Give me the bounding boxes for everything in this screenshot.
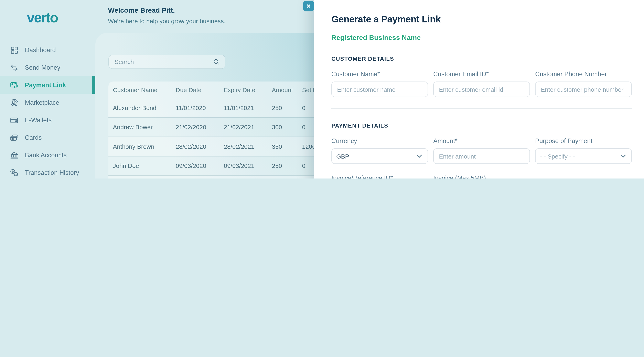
- purpose-label: Purpose of Payment: [535, 137, 632, 145]
- table-cell: Alexander Bond: [113, 104, 176, 111]
- close-icon: ✕: [306, 3, 311, 9]
- close-drawer-button[interactable]: ✕: [303, 1, 314, 12]
- invoice-upload-group: Invoice (Max 5MB) UPLOAD pdf, word, doc,…: [433, 174, 632, 178]
- chevron-down-icon: [416, 152, 423, 160]
- sidebar-item-label: Send Money: [25, 64, 60, 71]
- table-cell: 28/02/2021: [224, 143, 272, 150]
- sidebar-item-marketplace[interactable]: Marketplace: [0, 94, 96, 111]
- e-wallets-icon: [10, 116, 19, 124]
- invoice-ref-group: Invoice/Reference ID*: [331, 174, 428, 178]
- dashboard-icon: [10, 46, 19, 54]
- customer-phone-input[interactable]: [540, 86, 627, 93]
- table-cell: 09/03/2021: [224, 162, 272, 169]
- table-cell: 300: [272, 124, 302, 130]
- welcome-title: Welcome Bread Pitt.: [108, 6, 226, 15]
- customer-name-label: Customer Name*: [331, 70, 428, 78]
- purpose-value: - - Specify - -: [540, 152, 575, 160]
- sidebar-item-payment-link[interactable]: Payment Link: [0, 76, 96, 94]
- currency-value: GBP: [336, 152, 349, 160]
- table-header-row: Customer NameDue DateExpiry DateAmountSe…: [108, 82, 337, 98]
- bank-accounts-icon: [10, 150, 19, 160]
- table-cell: John Doe: [113, 162, 176, 169]
- section-customer-details: CUSTOMER DETAILS: [331, 56, 632, 62]
- search-icon: [213, 58, 220, 66]
- amount-group: Amount*: [433, 137, 530, 164]
- sidebar-item-send-money[interactable]: Send Money: [0, 59, 96, 76]
- welcome-header: Welcome Bread Pitt. We’re here to help y…: [108, 6, 226, 24]
- generate-payment-link-drawer: Generate a Payment Link Registered Busin…: [314, 0, 644, 178]
- chevron-down-icon: [620, 152, 627, 160]
- marketplace-icon: [10, 98, 19, 107]
- section-payment-details: PAYMENT DETAILS: [331, 122, 632, 129]
- purpose-group: Purpose of Payment - - Specify - -: [535, 137, 632, 164]
- sidebar-item-label: Bank Accounts: [25, 152, 67, 159]
- verto-logo: verto: [27, 10, 96, 26]
- table-cell: 250: [272, 162, 302, 169]
- search-box[interactable]: [108, 54, 226, 69]
- table-row[interactable]: Andrew Bower21/02/202021/02/20213000: [108, 117, 337, 136]
- invoice-upload-label: Invoice (Max 5MB): [433, 174, 632, 178]
- table-cell: 21/02/2021: [224, 124, 272, 130]
- sidebar-item-label: Cards: [25, 134, 42, 141]
- table-body: Alexander Bond11/01/202011/01/20212500An…: [108, 98, 337, 178]
- sidebar: verto DashboardSend MoneyPayment LinkMar…: [0, 0, 96, 178]
- divider: [331, 108, 632, 109]
- payment-links-table: Customer NameDue DateExpiry DateAmountSe…: [108, 82, 337, 178]
- sidebar-item-label: E-Wallets: [25, 116, 52, 124]
- table-cell: Andrew Bower: [113, 124, 176, 130]
- table-cell: 11/01/2021: [224, 104, 272, 111]
- table-row[interactable]: John Doe09/03/202009/03/20212500: [108, 156, 337, 175]
- sidebar-item-label: Payment Link: [25, 81, 66, 89]
- amount-input[interactable]: [438, 152, 525, 160]
- column-header: Customer Name: [113, 86, 176, 93]
- table-row[interactable]: Anthony Brown28/02/202028/02/20213501200: [108, 136, 337, 156]
- table-cell: 11/01/2020: [176, 104, 224, 111]
- sidebar-item-label: Dashboard: [25, 46, 56, 54]
- purpose-select[interactable]: - - Specify - -: [535, 148, 632, 164]
- amount-label: Amount*: [433, 137, 530, 145]
- sidebar-item-label: Transaction History: [25, 169, 79, 176]
- app-root: verto DashboardSend MoneyPayment LinkMar…: [0, 0, 644, 178]
- currency-label: Currency: [331, 137, 428, 145]
- cards-icon: [10, 133, 19, 142]
- registered-business-name: Registered Business Name: [331, 34, 632, 42]
- table-cell: 250: [272, 104, 302, 111]
- table-row[interactable]: Alexander Bond11/01/202011/01/20212500: [108, 98, 337, 117]
- sidebar-item-cards[interactable]: Cards: [0, 129, 96, 146]
- welcome-subtitle: We’re here to help you grow your busines…: [108, 18, 226, 24]
- sidebar-item-transaction-history[interactable]: Transaction History: [0, 164, 96, 178]
- transaction-history-icon: [10, 168, 19, 177]
- table-cell: 350: [272, 143, 302, 150]
- customer-email-input[interactable]: [438, 86, 525, 93]
- customer-email-group: Customer Email ID*: [433, 70, 530, 97]
- sidebar-item-e-wallets[interactable]: E-Wallets: [0, 111, 96, 129]
- sidebar-item-dashboard[interactable]: Dashboard: [0, 41, 96, 59]
- send-money-icon: [10, 63, 19, 72]
- table-cell: 28/02/2020: [176, 143, 224, 150]
- currency-group: Currency GBP: [331, 137, 428, 164]
- table-cell: Anthony Brown: [113, 143, 176, 150]
- table-row[interactable]: Rose Mary15/03/202015/03/202112002999: [108, 175, 337, 178]
- customer-phone-label: Customer Phone Number: [535, 70, 632, 78]
- table-cell: 09/03/2020: [176, 162, 224, 169]
- currency-select[interactable]: GBP: [331, 148, 428, 164]
- customer-name-group: Customer Name*: [331, 70, 428, 97]
- sidebar-item-bank-accounts[interactable]: Bank Accounts: [0, 146, 96, 164]
- column-header: Due Date: [176, 86, 224, 93]
- customer-email-label: Customer Email ID*: [433, 70, 530, 78]
- customer-phone-group: Customer Phone Number: [535, 70, 632, 97]
- sidebar-nav: DashboardSend MoneyPayment LinkMarketpla…: [0, 41, 96, 178]
- payment-link-icon: [10, 80, 19, 90]
- customer-name-input[interactable]: [336, 86, 423, 93]
- sidebar-item-label: Marketplace: [25, 99, 59, 106]
- column-header: Expiry Date: [224, 86, 272, 93]
- drawer-title: Generate a Payment Link: [331, 14, 632, 25]
- column-header: Amount: [272, 86, 302, 93]
- table-cell: 21/02/2020: [176, 124, 224, 130]
- search-input[interactable]: [114, 58, 213, 66]
- invoice-ref-label: Invoice/Reference ID*: [331, 174, 428, 178]
